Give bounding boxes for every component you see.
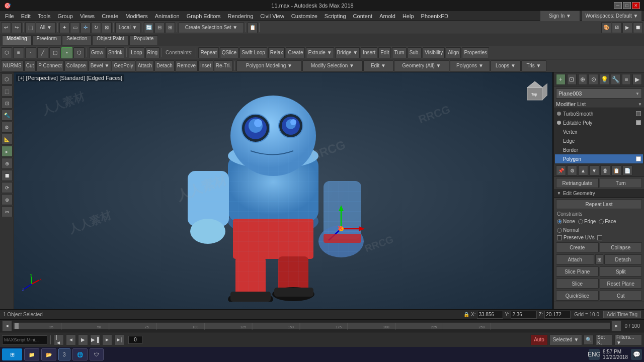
re-tri-button[interactable]: Re-Tri. [214,60,233,71]
element-icon[interactable]: ⬡ [73,47,85,58]
modifier-vertex[interactable]: Vertex [555,127,643,136]
relax-button[interactable]: Relax [268,47,285,58]
constraint-face[interactable]: Face [599,219,616,224]
menu-help[interactable]: Help [399,13,417,20]
object-name-field[interactable]: Plane003 ▼ [556,88,642,99]
render-setup[interactable]: 🖥 [612,22,622,33]
utilities-panel-btn[interactable]: 🔧 [611,74,620,85]
sign-in-button[interactable]: Sign In ▼ [540,11,580,22]
constraint-normal[interactable]: Normal [557,227,579,233]
polygon-modeling-dd[interactable]: Polygon Modeling ▼ [236,60,302,71]
nurms-toggle[interactable]: NURMS [1,60,24,71]
quickslice-button[interactable]: QuickSlice [556,291,599,301]
tab-object-paint[interactable]: Object Paint [92,35,128,45]
taskbar-security[interactable]: 🛡 [90,348,104,360]
retriangulate-button[interactable]: Retriangulate [556,178,599,188]
left-btn-10[interactable]: ⟳ [2,182,13,193]
render-frame[interactable]: ▶ [622,22,632,33]
menu-content[interactable]: Content [350,13,376,20]
reference-coord[interactable]: Local ▼ [115,22,140,33]
modifier-editable-poly[interactable]: Editable Poly [555,118,643,127]
attach-settings-icon[interactable]: ⊞ [595,254,603,264]
left-btn-11[interactable]: ⊗ [2,194,13,205]
go-to-start-btn[interactable]: |◄ [54,334,64,345]
slice-plane-button[interactable]: Slice Plane [556,266,599,277]
repeat-last-button[interactable]: Repeat Last [556,199,642,209]
search-btn[interactable]: 🔍 [584,335,594,345]
motion-panel-btn[interactable]: ⊙ [589,74,598,85]
configure-icon[interactable]: ⚙ [567,165,577,175]
scale-tool[interactable]: ⊠ [102,22,112,33]
mirror-tool[interactable]: 🔄 [144,22,154,33]
edit-button2[interactable]: Edit [378,47,391,58]
taskbar-browser[interactable]: 🌐 [72,348,88,360]
taskbar-3dsmax[interactable]: 3 [58,348,70,360]
extra-panel-btn[interactable]: ≡ [622,74,631,85]
menu-animation[interactable]: Animation [152,13,183,20]
preserve-uvs-extra[interactable] [597,235,602,240]
left-btn-5[interactable]: ⚙ [2,122,13,133]
turn-button[interactable]: Turn [600,178,642,188]
material-editor[interactable]: 🎨 [601,22,611,33]
menu-scripting[interactable]: Scripting [321,13,349,20]
detach-button[interactable]: Detach [604,254,642,264]
play-btn[interactable]: ▶ [78,334,88,345]
modify-selection-dd[interactable]: Modify Selection ▼ [302,60,363,71]
tab-modeling[interactable]: Modeling [2,35,32,45]
minimize-button[interactable]: ─ [614,2,622,9]
editable-poly-icon[interactable]: ⬡ [1,47,12,58]
paste-modifier-icon[interactable]: 📋 [611,165,621,175]
extrude-button[interactable]: Extrude ▼ [306,47,334,58]
tab-freeform[interactable]: Freeform [32,35,62,45]
x-coord-input[interactable] [477,311,503,319]
delete-modifier-icon[interactable]: 🗑 [600,165,610,175]
qslice-button[interactable]: QSlice [220,47,238,58]
geopolly-button[interactable]: GeoPoly [112,60,135,71]
undo-button[interactable]: ↩ [1,22,11,33]
grow-button[interactable]: Grow [89,47,105,58]
collapse-button2[interactable]: Collapse [64,60,88,71]
cut-geo-button[interactable]: Cut [600,291,642,301]
cut-button2[interactable]: Cut [24,60,36,71]
y-coord-input[interactable] [511,311,537,319]
modifier-turbosmooth[interactable]: TurboSmooth [555,109,643,118]
modify-panel-btn[interactable]: ⊡ [567,74,577,85]
rotate-tool[interactable]: ↻ [91,22,101,33]
taskbar-notification[interactable]: 💬 [631,349,642,360]
go-to-end-btn[interactable]: ►| [114,334,124,345]
viewport[interactable]: [+] [Perspective] [Standard] [Edged Face… [14,72,553,309]
named-selection[interactable]: 📋 [248,22,258,33]
menu-group[interactable]: Group [54,13,76,20]
left-btn-3[interactable]: ⊡ [2,98,13,109]
menu-tools[interactable]: Tools [35,13,54,20]
insert-button[interactable]: Insert [361,47,377,58]
selected-mode-dd[interactable]: Selected ▼ [549,334,582,345]
left-btn-7[interactable]: ▸ [2,146,13,157]
repeat-button[interactable]: Repeat [198,47,218,58]
polygons-dd[interactable]: Polygons ▼ [450,60,490,71]
align-tool[interactable]: ⊟ [154,22,165,33]
modifier-edge[interactable]: Edge [555,136,643,145]
sub-button[interactable]: Sub. [408,47,422,58]
start-button[interactable]: ⊞ [2,348,22,360]
create-button[interactable]: Create [286,47,305,58]
tab-selection[interactable]: Selection [62,35,92,45]
geometry-all-dd[interactable]: Geometry (All) ▼ [394,60,449,71]
move-down-icon[interactable]: ▼ [589,165,599,175]
workspaces-button[interactable]: Workspaces: Default ▼ [582,11,642,22]
align-button[interactable]: Align [446,47,461,58]
hierarchy-panel-btn[interactable]: ⊕ [578,74,588,85]
close-button[interactable]: ✕ [632,2,640,9]
viewcube[interactable]: Top [522,77,547,103]
tab-populate[interactable]: Populate [129,35,158,45]
menu-graph-editors[interactable]: Graph Editors [184,13,224,20]
select-region[interactable]: ▭ [70,22,80,33]
constraint-none[interactable]: None [557,219,575,224]
copy-modifier-icon[interactable]: 📄 [622,165,632,175]
menu-rendering[interactable]: Rendering [225,13,257,20]
menu-edit[interactable]: Edit [18,13,34,20]
menu-file[interactable]: File [2,13,17,20]
timeline-next[interactable]: ► [611,320,621,331]
menu-views[interactable]: Views [77,13,98,20]
edit-dd[interactable]: Edit ▼ [363,60,393,71]
